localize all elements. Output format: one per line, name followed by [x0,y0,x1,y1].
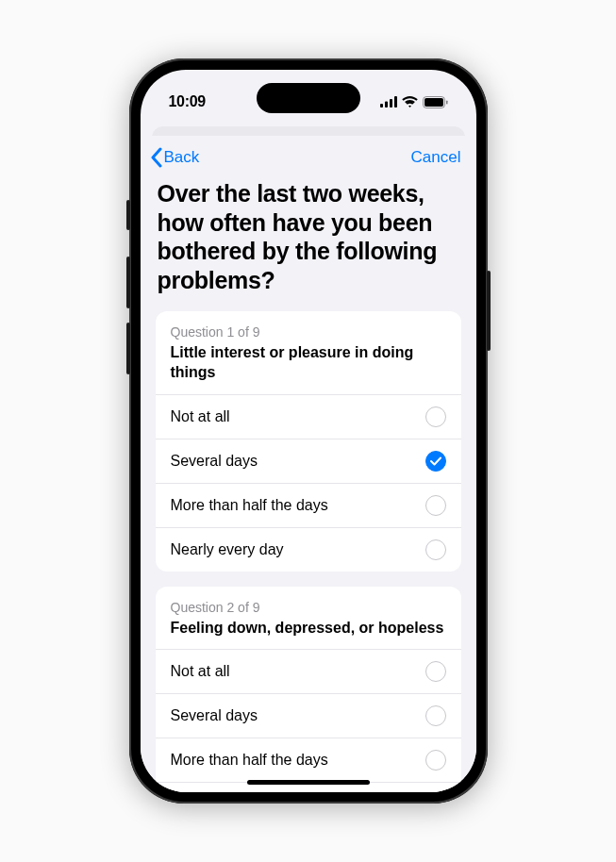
phone-frame: 10:09 Back Cancel Over the last two week… [129,58,488,804]
question-header: Question 2 of 9 Feeling down, depressed,… [156,587,461,650]
svg-rect-1 [385,102,388,108]
option-label: Nearly every day [171,541,284,558]
option-not-at-all[interactable]: Not at all [156,649,461,693]
option-nearly-every-day[interactable]: Nearly every day [156,527,461,572]
power-button [487,271,491,351]
question-counter: Question 2 of 9 [171,600,446,615]
svg-rect-0 [380,104,383,108]
radio-unchecked-icon [425,705,446,726]
battery-icon [423,96,448,108]
svg-rect-2 [390,99,392,108]
question-card-1: Question 1 of 9 Little interest or pleas… [156,311,461,572]
question-text: Feeling down, depressed, or hopeless [171,619,446,638]
modal-sheet: Back Cancel Over the last two weeks, how… [141,136,476,792]
page-heading: Over the last two weeks, how often have … [156,175,461,311]
back-button[interactable]: Back [150,147,200,168]
svg-rect-5 [425,98,443,107]
radio-unchecked-icon [425,495,446,516]
question-card-2: Question 2 of 9 Feeling down, depressed,… [156,587,461,792]
option-label: Not at all [171,408,230,425]
option-several-days[interactable]: Several days [156,693,461,738]
option-label: Not at all [171,663,230,680]
screen: 10:09 Back Cancel Over the last two week… [141,70,476,792]
back-label: Back [164,148,200,167]
radio-unchecked-icon [425,406,446,427]
dynamic-island [257,83,360,113]
home-indicator[interactable] [247,780,370,785]
option-more-than-half[interactable]: More than half the days [156,738,461,782]
option-label: More than half the days [171,497,328,514]
content-scroll[interactable]: Over the last two weeks, how often have … [141,175,476,792]
mute-switch [126,200,130,230]
volume-up-button [126,257,130,308]
question-counter: Question 1 of 9 [171,324,446,340]
radio-checked-icon [425,451,446,472]
option-several-days[interactable]: Several days [156,439,461,483]
wifi-icon [402,96,418,108]
status-icons [380,96,448,108]
option-label: Several days [171,707,258,724]
nav-bar: Back Cancel [141,136,476,175]
option-label: More than half the days [171,752,328,769]
svg-rect-3 [394,96,397,108]
option-label: Several days [171,453,258,470]
status-time: 10:09 [169,93,206,110]
radio-unchecked-icon [425,750,446,771]
volume-down-button [126,323,130,374]
option-more-than-half[interactable]: More than half the days [156,483,461,527]
question-text: Little interest or pleasure in doing thi… [171,343,446,383]
svg-rect-6 [446,100,448,104]
radio-unchecked-icon [425,539,446,560]
cancel-button[interactable]: Cancel [411,148,461,167]
chevron-left-icon [150,147,162,168]
option-not-at-all[interactable]: Not at all [156,394,461,439]
question-header: Question 1 of 9 Little interest or pleas… [156,311,461,394]
radio-unchecked-icon [425,661,446,682]
cellular-signal-icon [380,96,397,108]
